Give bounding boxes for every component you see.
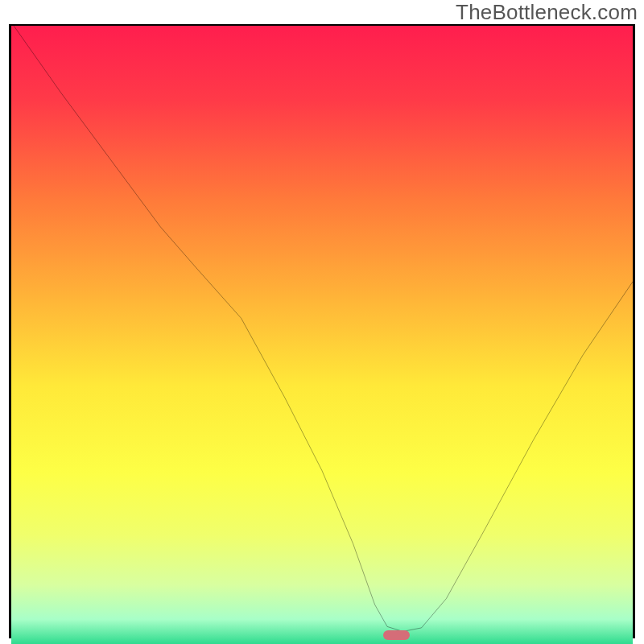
watermark-label: TheBottleneck.com xyxy=(456,0,638,25)
chart-root: TheBottleneck.com xyxy=(0,0,644,644)
bottleneck-curve xyxy=(11,26,633,635)
optimal-marker xyxy=(383,630,409,640)
plot-frame xyxy=(9,24,635,638)
